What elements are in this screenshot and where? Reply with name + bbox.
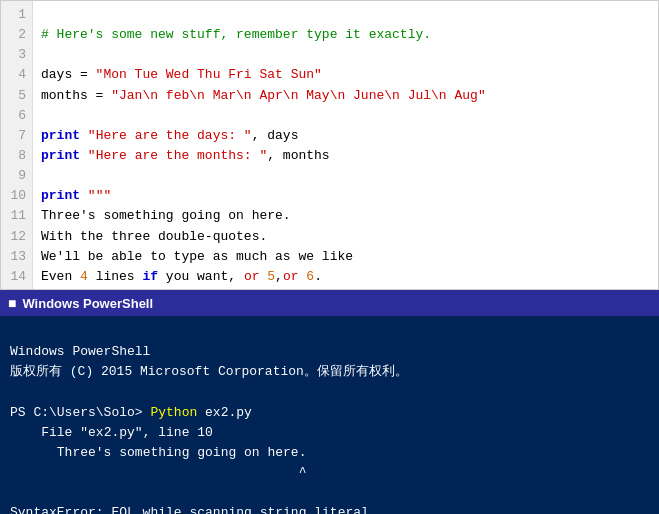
line-3: days = "Mon Tue Wed Thu Fri Sat Sun" <box>41 67 322 82</box>
ps-line-9: SyntaxError: EOL while scanning string l… <box>10 505 369 514</box>
code-text: # Here's some new stuff, remember type i… <box>33 1 658 289</box>
line-11: With the three double-quotes. <box>41 229 267 244</box>
line-numbers: 1 2 3 4 5 6 7 8 9 10 11 12 13 14 <box>1 1 33 289</box>
line-6: print "Here are the days: ", days <box>41 128 298 143</box>
powershell-title: Windows PowerShell <box>22 296 153 311</box>
line-9: print """ <box>41 188 111 203</box>
code-editor: 1 2 3 4 5 6 7 8 9 10 11 12 13 14 # Here'… <box>0 0 659 290</box>
ps-line-2: 版权所有 (C) 2015 Microsoft Corporation。保留所有… <box>10 364 408 379</box>
line-7: print "Here are the months: ", months <box>41 148 330 163</box>
ps-line-6: Three's something going on here. <box>10 445 306 460</box>
line-4: months = "Jan\n feb\n Mar\n Apr\n May\n … <box>41 88 486 103</box>
powershell-icon: ■ <box>8 295 16 311</box>
ps-line-1: Windows PowerShell <box>10 344 150 359</box>
powershell-panel[interactable]: Windows PowerShell 版权所有 (C) 2015 Microso… <box>0 316 659 514</box>
line-12: We'll be able to type as much as we like <box>41 249 353 264</box>
line-1: # Here's some new stuff, remember type i… <box>41 27 431 42</box>
ps-line-7: ^ <box>10 465 306 480</box>
ps-line-4: PS C:\Users\Solo> Python ex2.py <box>10 405 252 420</box>
ps-line-5: File "ex2.py", line 10 <box>10 425 213 440</box>
powershell-titlebar: ■ Windows PowerShell <box>0 290 659 316</box>
line-13: Even 4 lines if you want, or 5,or 6. <box>41 269 322 284</box>
line-10: Three's something going on here. <box>41 208 291 223</box>
